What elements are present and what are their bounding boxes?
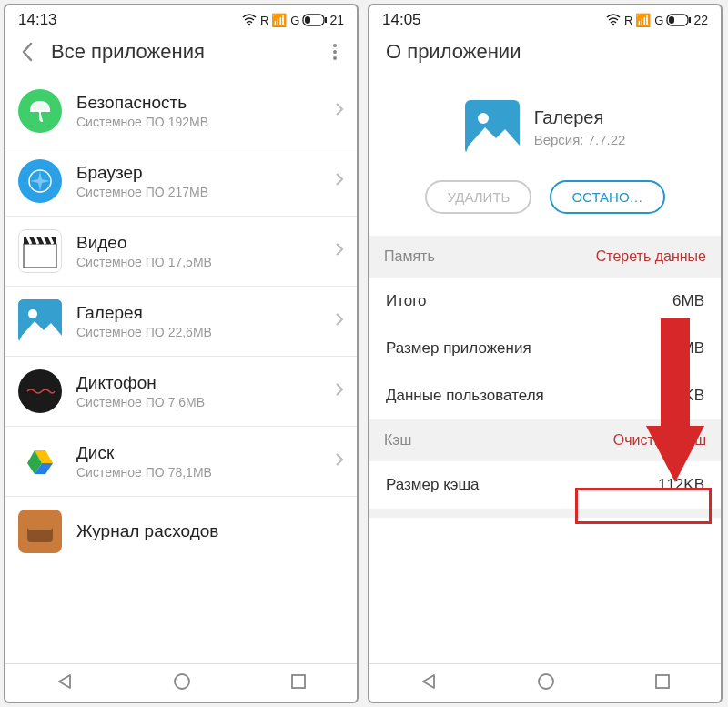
svg-point-11 <box>175 674 189 689</box>
more-icon[interactable] <box>324 41 346 63</box>
row-value: 112KB <box>658 476 704 494</box>
svg-point-19 <box>539 674 553 689</box>
memory-appsize-row: Размер приложения MB <box>369 325 721 372</box>
app-name: Браузер <box>76 163 320 183</box>
app-name: Безопасность <box>76 93 320 113</box>
all-apps-screen: 14:13 R 📶 G 21 Все приложения Безопаснос… <box>4 4 359 703</box>
svg-rect-5 <box>24 244 56 268</box>
nav-home-icon[interactable] <box>173 672 191 694</box>
app-sub: Системное ПО 7,6MB <box>76 395 320 409</box>
network-g: G <box>290 14 298 27</box>
app-name: Галерея <box>534 107 626 128</box>
page-title: О приложении <box>386 40 710 64</box>
app-sub: Системное ПО 22,6MB <box>76 325 320 339</box>
svg-rect-12 <box>292 675 305 688</box>
clock: 14:05 <box>382 11 421 29</box>
action-buttons: УДАЛИТЬ ОСТАНО… <box>369 164 721 236</box>
svg-point-18 <box>478 113 489 124</box>
battery-percent: 21 <box>329 13 344 27</box>
row-value: 6MB <box>672 292 704 310</box>
back-icon[interactable] <box>16 41 38 63</box>
navbar <box>5 663 357 702</box>
signal-bars-icon: 📶 <box>635 13 651 27</box>
statusbar: 14:05 R 📶 G 22 <box>369 5 721 31</box>
page-title: Все приложения <box>51 40 311 64</box>
statusbar: 14:13 R 📶 G 21 <box>5 5 357 31</box>
row-label: Итого <box>386 292 427 310</box>
svg-rect-20 <box>656 675 669 688</box>
battery-icon <box>666 14 692 26</box>
clear-cache-button[interactable]: Очистить кэш <box>613 432 706 449</box>
cache-label: Кэш <box>384 432 411 449</box>
app-info-screen: 14:05 R 📶 G 22 О приложении Галерея Верс… <box>368 4 723 703</box>
nav-recent-icon[interactable] <box>654 673 671 693</box>
compass-icon <box>18 159 62 203</box>
app-row-video[interactable]: Видео Системное ПО 17,5MB <box>5 217 357 287</box>
cache-size-row: Размер кэша 112KB <box>369 461 721 509</box>
uninstall-button[interactable]: УДАЛИТЬ <box>425 180 531 214</box>
app-sub: Системное ПО 17,5MB <box>76 255 320 269</box>
app-name: Диск <box>76 443 320 463</box>
svg-rect-16 <box>669 16 674 24</box>
network-r: R <box>260 14 268 27</box>
app-row-gallery[interactable]: Галерея Системное ПО 22,6MB <box>5 287 357 357</box>
network-r: R <box>624 14 632 27</box>
svg-rect-3 <box>305 16 310 24</box>
battery-percent: 22 <box>693 13 708 27</box>
status-icons: R 📶 G 21 <box>242 13 344 27</box>
row-label: Данные пользователя <box>386 387 544 405</box>
nav-home-icon[interactable] <box>537 672 555 694</box>
app-sub: Системное ПО 78,1MB <box>76 465 320 480</box>
svg-point-13 <box>612 24 614 25</box>
app-name: Галерея <box>76 303 320 323</box>
nav-back-icon[interactable] <box>56 672 74 694</box>
battery-indicator: 21 <box>302 13 344 27</box>
svg-rect-2 <box>325 17 327 23</box>
gallery-icon <box>18 299 62 343</box>
umbrella-icon <box>18 89 62 133</box>
app-name: Диктофон <box>76 373 320 393</box>
app-name: Журнал расходов <box>76 521 344 541</box>
app-row-browser[interactable]: Браузер Системное ПО 217MB <box>5 146 357 217</box>
status-icons: R 📶 G 22 <box>606 13 708 27</box>
chevron-right-icon <box>335 452 344 470</box>
battery-indicator: 22 <box>666 13 708 27</box>
header: Все приложения <box>5 31 357 76</box>
clock: 14:13 <box>18 11 57 29</box>
row-value: MB <box>682 339 705 358</box>
memory-total-row: Итого 6MB <box>369 278 721 325</box>
network-g: G <box>654 14 662 27</box>
svg-point-0 <box>248 24 250 25</box>
chevron-right-icon <box>335 382 344 400</box>
clapper-icon <box>18 229 62 273</box>
header: О приложении <box>369 31 721 76</box>
svg-rect-15 <box>689 17 691 23</box>
app-name: Видео <box>76 233 320 253</box>
force-stop-button[interactable]: ОСТАНО… <box>550 180 664 214</box>
memory-section-header: Память Стереть данные <box>369 236 721 278</box>
navbar <box>369 663 721 702</box>
gallery-icon <box>465 100 520 155</box>
app-summary: Галерея Версия: 7.7.22 <box>369 76 721 164</box>
recorder-icon <box>18 369 62 413</box>
clear-data-button[interactable]: Стереть данные <box>596 248 706 265</box>
wifi-icon <box>606 14 621 26</box>
svg-rect-10 <box>27 522 53 530</box>
app-sub: Системное ПО 217MB <box>76 185 320 199</box>
row-value: 96KB <box>666 387 704 405</box>
app-row-expenses[interactable]: Журнал расходов <box>5 497 357 557</box>
memory-label: Память <box>384 248 435 265</box>
wifi-icon <box>242 14 257 26</box>
app-row-drive[interactable]: Диск Системное ПО 78,1MB <box>5 427 357 497</box>
svg-point-8 <box>28 309 37 318</box>
app-version: Версия: 7.7.22 <box>534 132 626 147</box>
cache-section-header: Кэш Очистить кэш <box>369 419 721 461</box>
nav-back-icon[interactable] <box>420 672 438 694</box>
chevron-right-icon <box>335 102 344 120</box>
app-list: Безопасность Системное ПО 192MB Браузер … <box>5 76 357 663</box>
nav-recent-icon[interactable] <box>290 673 307 693</box>
row-label: Размер приложения <box>386 339 531 358</box>
app-row-security[interactable]: Безопасность Системное ПО 192MB <box>5 76 357 146</box>
app-row-recorder[interactable]: Диктофон Системное ПО 7,6MB <box>5 357 357 427</box>
chevron-right-icon <box>335 242 344 260</box>
